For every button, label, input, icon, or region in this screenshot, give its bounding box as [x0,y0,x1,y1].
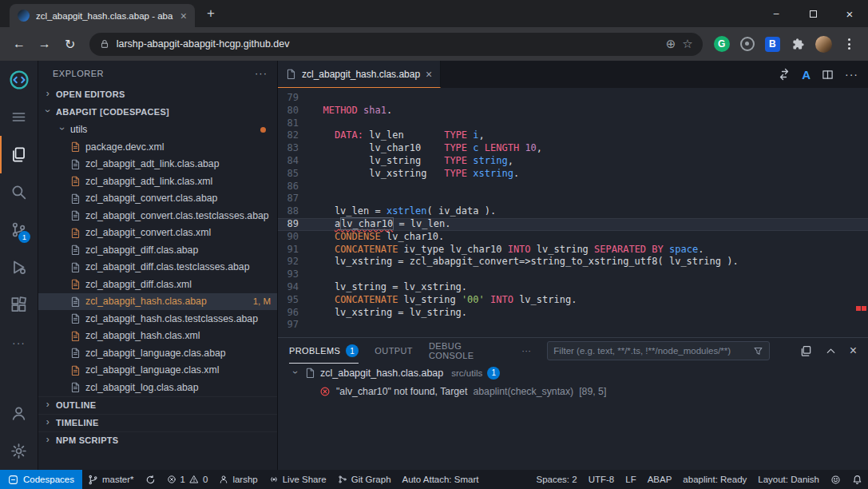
extensions-puzzle-icon[interactable] [787,33,809,55]
file-row[interactable]: zcl_abapgit_hash.clas.xml [38,328,277,345]
remote-indicator[interactable]: Codespaces [0,470,82,489]
filter-funnel-icon[interactable] [753,346,763,356]
abap-extension-icon[interactable]: A [802,68,811,82]
minimize-button[interactable]: – [758,0,795,27]
file-row[interactable]: zcl_abapgit_convert.clas.xml [38,225,277,242]
file-row[interactable]: zcl_abapgit_adt_link.clas.abap [38,156,277,173]
maximize-panel-icon[interactable] [825,345,837,357]
code-line: 96 lv_xstring = lv_string. [278,307,868,320]
user-status[interactable]: larshp [213,470,263,489]
file-icon [70,331,81,341]
editor-tab-close-icon[interactable]: × [426,68,432,81]
camera-extension-icon[interactable] [736,33,759,55]
tab-output[interactable]: OUTPUT [375,338,413,364]
file-row[interactable]: zcl_abapgit_hash.clas.testclasses.abap [38,310,277,328]
file-badge: 1, M [253,296,271,306]
editor-tab[interactable]: zcl_abapgit_hash.clas.abap × [278,61,441,88]
file-row[interactable]: zcl_abapgit_language.clas.xml [38,362,277,380]
open-in-editor-icon[interactable] [800,345,812,357]
reload-button[interactable]: ↻ [59,33,81,55]
section-outline[interactable]: › OUTLINE [38,396,277,414]
file-row[interactable]: zcl_abapgit_adt_link.clas.xml [38,173,277,190]
search-icon[interactable] [0,173,38,211]
tab-problems[interactable]: PROBLEMS 1 [289,338,359,364]
code-text: lv_xstring TYPE xstring. [311,168,868,181]
eol-status[interactable]: LF [620,470,641,489]
feedback-smiley-icon[interactable] [825,470,846,489]
file-row[interactable]: package.devc.xml [38,138,277,156]
browser-menu-icon[interactable] [838,33,860,55]
notifications-bell-icon[interactable] [846,470,868,489]
code-token: CONCATENATE [335,294,398,305]
close-window-button[interactable]: × [831,0,868,27]
file-row[interactable]: zcl_abapgit_language.clas.abap [38,344,277,362]
git-branch-status[interactable]: master* [82,470,140,489]
layout-status[interactable]: Layout: Danish [752,470,825,489]
close-panel-icon[interactable]: × [850,344,857,357]
line-number: 94 [278,281,311,294]
sync-status[interactable] [140,470,161,489]
tab-close-icon[interactable]: × [180,10,187,22]
back-button[interactable]: ← [8,33,30,55]
extensions-icon[interactable] [0,286,38,324]
file-row[interactable]: zcl_abapgit_diff.clas.abap [38,241,277,259]
section-open-editors[interactable]: › OPEN EDITORS [38,85,277,103]
split-editor-icon[interactable] [822,69,834,81]
new-tab-button[interactable]: + [200,2,222,25]
bitwarden-extension-icon[interactable]: B [761,33,783,55]
abaplint-status[interactable]: abaplint: Ready [677,470,752,489]
file-row[interactable]: zcl_abapgit_diff.clas.testclasses.abap [38,259,277,276]
editor-more-actions-icon[interactable]: ··· [845,68,858,81]
panel-tabbar: PROBLEMS 1 OUTPUT DEBUG CONSOLE ··· × [278,338,868,364]
problems-filter-input[interactable] [553,346,747,356]
file-row[interactable]: zcl_abapgit_convert.clas.abap [38,190,277,208]
live-share-status[interactable]: Live Share [264,470,332,489]
forward-button[interactable]: → [34,33,56,55]
line-number: 82 [278,129,311,142]
indentation-status[interactable]: Spaces: 2 [531,470,583,489]
bookmark-star-icon[interactable]: ☆ [682,37,692,51]
url-text: larshp-abapgit-abapgit-hcgp.github.dev [117,38,290,50]
code-token: DATA: [335,129,363,141]
file-row[interactable]: zcl_abapgit_log.clas.abap [38,379,277,396]
file-row[interactable]: zcl_abapgit_hash.clas.abap 1, M [38,293,277,311]
url-bar[interactable]: larshp-abapgit-abapgit-hcgp.github.dev ⊕… [89,33,703,56]
code-token: 10 [525,142,536,153]
explorer-actions-icon[interactable]: ··· [255,67,268,79]
browser-profile-avatar[interactable] [812,33,834,55]
file-row[interactable]: zcl_abapgit_convert.clas.testclasses.aba… [38,207,277,225]
section-npm-scripts[interactable]: › NPM SCRIPTS [38,431,277,449]
file-icon [70,382,81,392]
explorer-icon[interactable] [0,136,38,173]
panel-more-tabs-icon[interactable]: ··· [521,338,531,364]
file-icon [70,296,81,307]
code-token: lv_char10 [311,142,444,153]
section-root[interactable]: › ABAPGIT [CODESPACES] [38,103,277,121]
auto-attach-status[interactable]: Auto Attach: Smart [397,470,485,489]
source-control-icon[interactable]: 1 [0,211,38,248]
file-row[interactable]: zcl_abapgit_diff.clas.xml [38,276,277,293]
encoding-status[interactable]: UTF-8 [583,470,620,489]
tab-debug-console[interactable]: DEBUG CONSOLE [429,338,505,364]
editor-actions: A ··· [778,61,868,88]
git-graph-status[interactable]: Git Graph [332,470,397,489]
settings-gear-icon[interactable] [0,432,38,470]
problems-error-row[interactable]: "alv_char10" not found, Target abaplint(… [278,382,868,400]
folder-utils[interactable]: › utils [38,121,277,138]
account-icon[interactable] [0,395,38,432]
menu-icon[interactable] [0,98,38,136]
problems-status[interactable]: 1 0 [161,470,214,489]
run-debug-icon[interactable] [0,248,38,286]
browser-tab[interactable]: zcl_abapgit_hash.clas.abap - aba × [10,4,195,27]
more-views-icon[interactable]: ··· [0,324,38,361]
section-timeline[interactable]: › TIMELINE [38,414,277,431]
problems-file-row[interactable]: › zcl_abapgit_hash.clas.abap src/utils 1 [278,364,868,382]
language-mode-status[interactable]: ABAP [642,470,678,489]
codespaces-logo[interactable] [0,61,38,98]
install-pwa-icon[interactable]: ⊕ [666,37,676,51]
grammarly-extension-icon[interactable]: G [711,33,733,55]
maximize-button[interactable] [795,0,831,27]
code-editor[interactable]: 79 80 METHOD sha1. 81 82 DATA: lv_len TY… [278,88,868,337]
open-changes-icon[interactable] [778,68,791,81]
file-icon [70,365,81,376]
